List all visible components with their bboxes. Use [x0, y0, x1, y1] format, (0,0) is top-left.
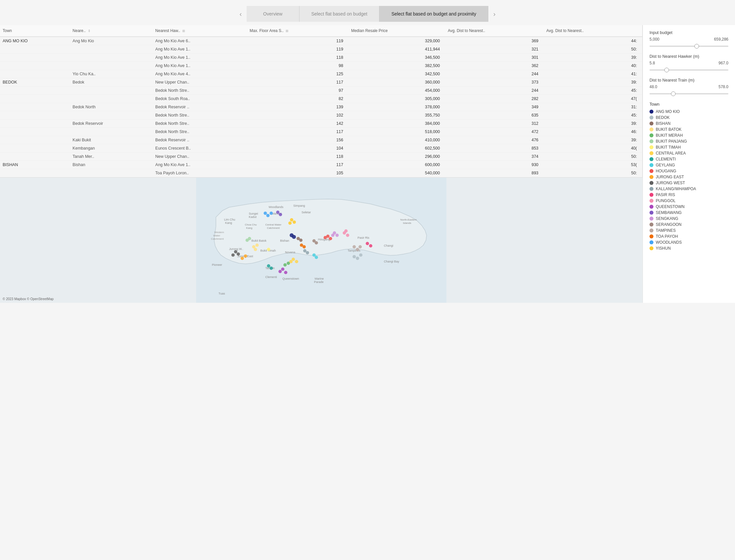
svg-point-89: [266, 214, 269, 217]
svg-text:Changi: Changi: [384, 244, 393, 247]
hawker-control: Dist to Nearest Hawker (m) 5.8 967.0: [649, 54, 728, 72]
cell-hawker: Ang Mo Kio Ave 1..: [153, 53, 247, 62]
cell-dist-hawker: 853: [445, 144, 543, 153]
table-row: Bedok North Bedok Reservoir .. 139 378,0…: [0, 103, 642, 111]
svg-point-82: [315, 241, 318, 244]
svg-point-59: [326, 235, 330, 238]
svg-text:Catchment: Catchment: [267, 227, 280, 229]
legend-item[interactable]: QUEENSTOWN: [649, 204, 728, 209]
legend-item[interactable]: KALLANG/WHAMPOA: [649, 187, 728, 191]
svg-text:Choa Chu: Choa Chu: [245, 223, 257, 226]
hawker-label: Dist to Nearest Hawker (m): [649, 54, 728, 59]
legend-item[interactable]: SENGKANG: [649, 216, 728, 221]
train-control: Dist to Nearest Train (m) 48.0 578.0: [649, 78, 728, 96]
legend-item[interactable]: TOA PAYOH: [649, 234, 728, 239]
legend-item[interactable]: BISHAN: [649, 121, 728, 126]
svg-point-60: [329, 237, 332, 240]
train-slider[interactable]: [649, 93, 728, 94]
legend-item[interactable]: SEMBAWANG: [649, 210, 728, 215]
legend-dot: [649, 145, 653, 149]
legend-item[interactable]: GEYLANG: [649, 163, 728, 167]
svg-point-55: [269, 266, 273, 270]
legend-item[interactable]: YISHUN: [649, 246, 728, 251]
legend-label: TAMPINES: [656, 228, 676, 233]
legend-label: BUKIT BATOK: [656, 127, 682, 132]
svg-text:Marine: Marine: [315, 277, 324, 280]
cell-dist-train: 40(: [544, 144, 642, 153]
cell-nearest: Yio Chu Ka..: [70, 70, 153, 78]
cell-dist-train: 45:: [544, 111, 642, 120]
prev-nav-arrow[interactable]: ‹: [235, 8, 247, 20]
svg-point-52: [295, 260, 298, 263]
train-label: Dist to Nearest Train (m): [649, 78, 728, 83]
svg-point-77: [279, 213, 282, 216]
cell-town: BISHAN: [0, 161, 70, 169]
legend-item[interactable]: CENTRAL AREA: [649, 151, 728, 156]
col-town[interactable]: Town: [0, 25, 70, 37]
cell-hawker: Ang Mo Kio Ave 1..: [153, 62, 247, 70]
legend-item[interactable]: BEDOK: [649, 115, 728, 120]
cell-dist-hawker: 349: [445, 103, 543, 111]
svg-point-63: [234, 250, 237, 253]
legend-item[interactable]: JURONG EAST: [649, 175, 728, 179]
train-max: 578.0: [718, 85, 728, 89]
legend-item[interactable]: BUKIT BATOK: [649, 127, 728, 132]
legend-item[interactable]: HOUGANG: [649, 169, 728, 173]
col-dist-hawker[interactable]: Avg. Dist to Nearest..: [445, 25, 543, 37]
svg-point-71: [346, 234, 349, 237]
cell-dist-train: 39:: [544, 78, 642, 87]
legend-item[interactable]: BUKIT MERAH: [649, 133, 728, 138]
legend-item[interactable]: TAMPINES: [649, 228, 728, 233]
col-floor[interactable]: Max. Floor Area S.. ⊞: [247, 25, 348, 37]
cell-nearest: [70, 111, 153, 120]
hawker-min: 5.8: [649, 61, 655, 65]
svg-point-73: [281, 267, 284, 271]
budget-slider[interactable]: [649, 46, 728, 47]
tab-overview[interactable]: Overview: [247, 6, 299, 22]
svg-text:Novena: Novena: [285, 251, 295, 254]
svg-text:Seletar: Seletar: [301, 211, 311, 214]
legend-label: GEYLANG: [656, 163, 675, 167]
legend-label: SERANGOON: [656, 222, 682, 227]
tab-proximity[interactable]: Select flat based on budget and proximit…: [379, 6, 488, 22]
tab-budget[interactable]: Select flat based on budget: [299, 6, 380, 22]
next-nav-arrow[interactable]: ›: [488, 8, 500, 20]
cell-price: 305,000: [348, 95, 445, 103]
cell-dist-train: 39:: [544, 136, 642, 144]
cell-price: 540,000: [348, 169, 445, 177]
svg-text:Bukit Batok: Bukit Batok: [252, 239, 267, 242]
legend-label: BUKIT MERAH: [656, 133, 683, 138]
legend-item[interactable]: PASIR RIS: [649, 193, 728, 197]
col-nearest[interactable]: Neare.. ⇕: [70, 25, 153, 37]
legend-item[interactable]: SERANGOON: [649, 222, 728, 227]
legend-item[interactable]: ANG MO KIO: [649, 109, 728, 114]
legend-item[interactable]: WOODLANDS: [649, 240, 728, 245]
svg-text:Kang: Kang: [246, 227, 253, 229]
legend-item[interactable]: CLEMENTI: [649, 157, 728, 161]
data-table: Town Neare.. ⇕ Nearest Haw.. ⊞ Max. Floo…: [0, 25, 642, 177]
cell-town: [0, 111, 70, 120]
legend-item[interactable]: JURONG WEST: [649, 181, 728, 185]
col-hawker[interactable]: Nearest Haw.. ⊞: [153, 25, 247, 37]
col-dist-train[interactable]: Avg. Dist to Nearest..: [544, 25, 642, 37]
svg-text:Catchment: Catchment: [211, 237, 224, 240]
legend-item[interactable]: BUKIT PANJANG: [649, 139, 728, 144]
svg-point-67: [306, 251, 309, 254]
cell-nearest: Kembangan: [70, 144, 153, 153]
legend-item[interactable]: PUNGGOL: [649, 198, 728, 203]
data-table-area[interactable]: Town Neare.. ⇕ Nearest Haw.. ⊞ Max. Floo…: [0, 25, 643, 177]
cell-floor: 102: [247, 111, 348, 120]
hawker-slider[interactable]: [649, 69, 728, 71]
cell-floor: 117: [247, 161, 348, 169]
legend-item[interactable]: BUKIT TIMAH: [649, 145, 728, 150]
svg-point-65: [231, 253, 235, 257]
col-price[interactable]: Median Resale Price: [348, 25, 445, 37]
cell-hawker: Bedok North Stre..: [153, 111, 247, 120]
cell-dist-hawker: 244: [445, 87, 543, 95]
legend-label: QUEENSTOWN: [656, 204, 684, 209]
cell-nearest: [70, 169, 153, 177]
cell-floor: 119: [247, 45, 348, 53]
legend-label: WOODLANDS: [656, 240, 682, 245]
cell-dist-train: 44:: [544, 37, 642, 45]
svg-text:Queenstown: Queenstown: [282, 277, 299, 280]
